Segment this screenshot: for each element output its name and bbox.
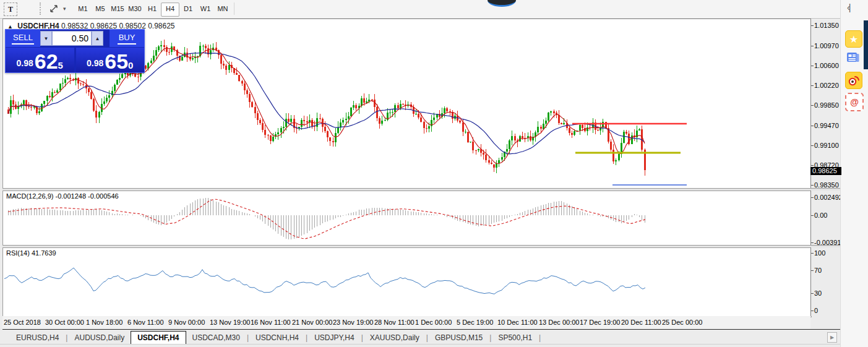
rsi-indicator-canvas[interactable]	[2, 247, 812, 317]
timeframe-button-d1[interactable]: D1	[179, 2, 197, 15]
timeframe-button-h1[interactable]: H1	[144, 2, 161, 15]
chart-tab-eurusd[interactable]: EURUSD,H4	[10, 332, 65, 344]
tab-separator: |	[426, 333, 428, 342]
chart-tab-gbpusd[interactable]: GBPUSD,M15	[429, 332, 489, 344]
time-axis-label: 1 Nov 18:00	[86, 319, 122, 326]
time-axis-label: 25 Dec 00:00	[662, 319, 702, 326]
cursor-tool-dropdown-icon[interactable]: ▾	[63, 6, 66, 12]
axis-label: 30	[814, 289, 822, 297]
axis-label: 1.01350	[814, 22, 839, 29]
time-axis-label: 9 Nov 00:00	[168, 319, 205, 326]
time-axis-label: 6 Nov 11:00	[127, 319, 164, 326]
ohlc-close: 0.98625	[148, 22, 174, 30]
current-price-tag: 0.98625	[810, 167, 841, 175]
one-click-trading-panel: SELL ▼ ▲ BUY 0.98625 0.98650	[5, 29, 145, 73]
chart-tab-audusd[interactable]: AUDUSD,Daily	[68, 332, 131, 344]
axis-tick	[811, 215, 814, 216]
axis-tick	[811, 145, 814, 146]
status-strip	[0, 344, 840, 347]
macd-indicator-canvas[interactable]	[2, 191, 812, 246]
toolbar-separator	[234, 2, 234, 15]
axis-tick	[811, 270, 814, 271]
axis-label: 70	[814, 267, 822, 274]
buy-button[interactable]: BUY	[110, 30, 144, 47]
mt4-application-window: T ▾ M1M5M15M30H1H4D1W1MN ▲ USDCHF,H4 0.9…	[0, 0, 868, 347]
chart-tab-usdcnh[interactable]: USDCNH,H4	[249, 332, 305, 344]
time-axis-label: 21 Nov 00:00	[292, 319, 332, 326]
time-axis-label: 28 Nov 11:00	[374, 319, 415, 326]
axis-label: 0.00	[814, 212, 827, 219]
chart-tab-usdjpy[interactable]: USDJPY,H4	[308, 332, 360, 344]
timeframe-button-h4[interactable]: H4	[161, 2, 179, 17]
axis-label: 100	[814, 249, 825, 257]
time-axis-label: 13 Dec 00:00	[539, 319, 579, 326]
axis-tick	[811, 85, 814, 86]
axis-tick	[811, 185, 814, 186]
axis-tick	[811, 25, 814, 26]
sell-price-display[interactable]: 0.98625	[6, 48, 74, 72]
sell-button[interactable]: SELL	[6, 30, 40, 47]
buy-price-display[interactable]: 0.98650	[76, 48, 145, 72]
tab-separator: |	[306, 333, 307, 342]
weibo-icon[interactable]	[845, 72, 862, 89]
time-axis-label: 13 Nov 19:00	[210, 319, 250, 326]
chart-tab-sp500[interactable]: SP500,H1	[492, 332, 538, 344]
toolbar-gripper	[40, 2, 41, 15]
time-axis-label: 17 Dec 19:00	[580, 319, 620, 326]
background-window-edge	[864, 20, 868, 69]
timeframe-button-m15[interactable]: M15	[109, 2, 126, 15]
mail-at-icon[interactable]: @	[845, 93, 864, 111]
time-axis-label: 23 Nov 19:00	[333, 319, 373, 326]
macd-axis: 0.0024920.00-0.003913	[810, 191, 841, 245]
axis-tick	[811, 293, 814, 294]
timeframe-button-mn[interactable]: MN	[214, 2, 231, 15]
timeframe-toolbar: M1M5M15M30H1H4D1W1MN	[74, 2, 231, 17]
chart-tab-xauusd[interactable]: XAUUSD,Daily	[364, 332, 426, 344]
axis-label: 1.00600	[814, 62, 839, 69]
axis-tick	[811, 197, 814, 198]
timeframe-button-w1[interactable]: W1	[197, 2, 214, 15]
time-axis-label: 16 Nov 11:00	[251, 319, 291, 326]
volume-decrease-stepper[interactable]: ▼	[40, 31, 52, 46]
axis-tick	[811, 165, 814, 166]
rsi-indicator-label: RSI(14) 41.7639	[6, 249, 56, 257]
axis-label: 0	[814, 307, 818, 314]
time-axis-label: 10 Dec 11:00	[497, 319, 538, 326]
chart-tab-usdcad[interactable]: USDCAD,M30	[186, 332, 246, 344]
timeframe-button-m30[interactable]: M30	[126, 2, 144, 15]
tab-separator: |	[66, 333, 67, 342]
time-axis-label: 20 Dec 11:00	[621, 319, 661, 326]
top-toolbar: T ▾ M1M5M15M30H1H4D1W1MN	[0, 0, 840, 19]
axis-label: 0.99470	[814, 122, 839, 129]
macd-indicator-label: MACD(12,26,9) -0.001248 -0.000546	[6, 192, 119, 200]
axis-tick	[811, 311, 814, 311]
axis-tick	[811, 253, 814, 254]
axis-label: 1.00220	[814, 82, 839, 89]
axis-label: 0.002492	[814, 194, 843, 201]
volume-input[interactable]	[53, 33, 91, 44]
time-axis-label: 25 Oct 2018	[4, 319, 41, 326]
tab-separator: |	[247, 333, 249, 342]
axis-label: 0.99850	[814, 101, 839, 109]
axis-tick	[811, 46, 814, 46]
sidebar-collapse-icon[interactable]: ‹|	[847, 2, 849, 12]
volume-increase-stepper[interactable]: ▲	[92, 31, 103, 46]
axis-label: 1.00970	[814, 42, 839, 49]
tab-separator: |	[539, 333, 541, 342]
time-axis-label: 5 Dec 19:00	[457, 319, 493, 326]
text-label-tool-icon[interactable]: T	[4, 2, 17, 16]
axis-tick	[811, 242, 814, 243]
chart-tab-bar: EURUSD,H4|AUDUSD,DailyUSDCHF,H4USDCAD,M3…	[2, 330, 840, 344]
timeframe-button-m5[interactable]: M5	[92, 2, 109, 15]
volume-field-box	[52, 31, 92, 46]
crosshair-cursor-icon[interactable]	[48, 2, 61, 15]
time-axis: 25 Oct 201830 Oct 00:001 Nov 18:006 Nov …	[2, 316, 810, 329]
chart-tab-usdchf[interactable]: USDCHF,H4	[131, 331, 186, 345]
tab-separator: |	[489, 333, 491, 342]
axis-tick	[811, 105, 814, 106]
timeframe-button-m1[interactable]: M1	[74, 2, 92, 15]
rsi-axis: 10070300	[810, 247, 841, 316]
news-icon[interactable]	[845, 49, 861, 66]
favorites-star-icon[interactable]: ★	[845, 30, 862, 48]
tab-scroll-right-button[interactable]: ▶	[827, 332, 837, 343]
